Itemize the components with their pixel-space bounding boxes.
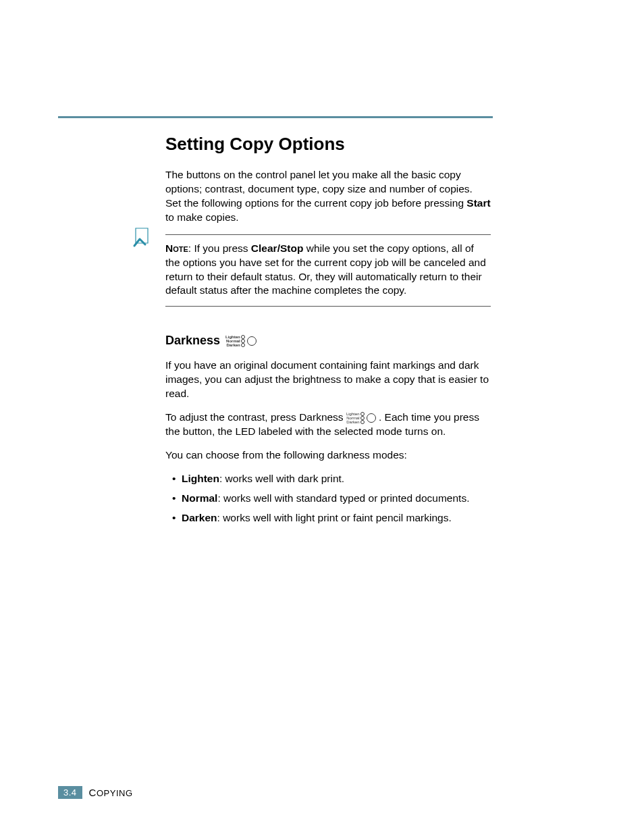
page-footer: 3.4 COPYING <box>58 786 133 799</box>
list-item: Lighten: works well with dark print. <box>172 472 491 486</box>
darkness-button-icon-inline: Lighten Normal Darken <box>346 412 376 424</box>
darkness-p2: To adjust the contrast, press Darkness L… <box>165 411 491 439</box>
intro-paragraph: The buttons on the control panel let you… <box>165 168 491 225</box>
darkness-p1: If you have an original document contain… <box>165 359 491 401</box>
mode-name: Darken <box>182 512 217 523</box>
note-clearstop-bold: Clear/Stop <box>251 242 304 254</box>
content-column: Setting Copy Options The buttons on the … <box>165 127 491 531</box>
list-item: Darken: works well with light print or f… <box>172 511 491 525</box>
mode-desc: : works well with light print or faint p… <box>217 512 452 523</box>
page: Setting Copy Options The buttons on the … <box>0 0 644 834</box>
note-box: Note: If you press Clear/Stop while you … <box>165 234 491 307</box>
page-number: 3.4 <box>58 786 82 799</box>
mode-desc: : works well with dark print. <box>219 473 344 484</box>
page-title: Setting Copy Options <box>165 134 491 155</box>
darkness-icon-labels: Lighten Normal Darken <box>225 335 245 347</box>
intro-text-post: to make copies. <box>165 211 239 223</box>
intro-text-pre: The buttons on the control panel let you… <box>165 169 473 209</box>
note-icon <box>132 226 156 250</box>
section-name-rest: OPYING <box>97 788 133 798</box>
darkness-p3: You can choose from the following darkne… <box>165 448 491 463</box>
darkness-heading: Darkness Lighten Normal Darken <box>165 334 491 348</box>
darkness-p2-pre: To adjust the contrast, press Darkness <box>165 411 346 423</box>
mode-name: Lighten <box>182 473 219 484</box>
note-pre: : If you press <box>188 242 251 254</box>
section-name-first: C <box>89 787 97 798</box>
darkness-modes-list: Lighten: works well with dark print. Nor… <box>165 472 491 525</box>
darkness-button-icon: Lighten Normal Darken <box>225 335 257 347</box>
top-rule <box>58 116 493 118</box>
note-label: Note <box>165 242 188 254</box>
list-item: Normal: works well with standard typed o… <box>172 492 491 506</box>
darkness-heading-text: Darkness <box>165 334 220 348</box>
section-name: COPYING <box>89 787 133 798</box>
darkness-icon-darken: Darken <box>226 343 240 347</box>
intro-start-bold: Start <box>466 197 490 209</box>
mode-name: Normal <box>182 492 217 504</box>
mode-desc: : works well with standard typed or prin… <box>217 492 469 504</box>
